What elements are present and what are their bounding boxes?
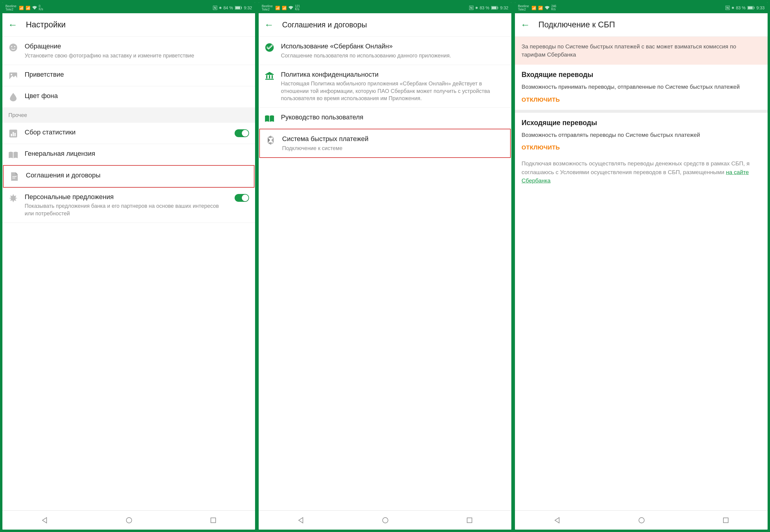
back-arrow-icon[interactable]: ← <box>520 19 530 30</box>
item-title: Политика конфиденциальности <box>281 70 505 79</box>
wifi-icon <box>545 6 550 10</box>
wifi-icon <box>32 6 37 10</box>
appbar: ← Подключение к СБП <box>515 13 768 37</box>
nav-recent-icon[interactable] <box>210 517 216 523</box>
statusbar: Beeline Tele2 📶 📶 0 K/s N ✱ 84 % 9:32 <box>2 2 255 13</box>
item-offers[interactable]: Персональные предложения Показывать пред… <box>2 187 255 223</box>
item-title: Персональные предложения <box>25 193 228 201</box>
item-greeting[interactable]: Обращение Установите свою фотографию на … <box>2 37 255 65</box>
svg-rect-12 <box>12 176 17 177</box>
signal-icon: 📶 <box>19 6 24 10</box>
svg-point-14 <box>126 518 132 523</box>
android-navbar <box>259 510 511 530</box>
item-sbp[interactable]: Система быстрых платежей Подключение к с… <box>260 129 510 157</box>
svg-rect-9 <box>11 134 12 136</box>
outgoing-heading: Исходящие переводы <box>522 119 761 127</box>
page-title: Настройки <box>26 20 66 29</box>
item-title: Система быстрых платежей <box>282 135 504 143</box>
nav-home-icon[interactable] <box>638 517 645 524</box>
item-welcome[interactable]: Приветствие <box>2 65 255 86</box>
nav-back-icon[interactable] <box>554 517 560 524</box>
svg-rect-15 <box>211 518 216 523</box>
item-license[interactable]: Генеральная лицензия <box>2 144 255 165</box>
outgoing-text: Возможность отправлять переводы по Систе… <box>522 131 761 139</box>
appbar: ← Настройки <box>2 13 255 37</box>
document-icon <box>10 172 19 181</box>
appbar: ← Соглашения и договоры <box>259 13 511 37</box>
signal-icon: 📶 <box>538 6 543 10</box>
outgoing-disable-button[interactable]: ОТКЛЮЧИТЬ <box>522 144 761 151</box>
svg-rect-21 <box>269 75 270 78</box>
nav-back-icon[interactable] <box>41 517 48 524</box>
svg-rect-17 <box>491 7 496 9</box>
carrier-2: Tele2 <box>518 8 526 11</box>
wifi-icon <box>288 6 293 10</box>
battery-percent: 83 % <box>736 5 746 10</box>
phone-screen-3: Beeline Tele2 📶 📶 246 K/s N ✱ 83 % 9:33 … <box>515 2 768 530</box>
item-bgcolor[interactable]: Цвет фона <box>2 86 255 107</box>
item-privacy[interactable]: Политика конфиденциальности Настоящая По… <box>259 65 511 108</box>
page-title: Подключение к СБП <box>538 20 615 29</box>
smile-icon <box>8 43 18 52</box>
battery-percent: 83 % <box>480 5 489 10</box>
svg-point-3 <box>9 44 17 51</box>
divider <box>515 110 768 113</box>
svg-rect-13 <box>12 178 15 178</box>
nfc-icon: N <box>725 6 730 10</box>
nfc-icon: N <box>213 6 217 10</box>
back-arrow-icon[interactable]: ← <box>264 19 274 30</box>
item-agreements[interactable]: Соглашения и договоры <box>4 166 254 187</box>
nav-recent-icon[interactable] <box>723 517 729 523</box>
highlight-agreements: Соглашения и договоры <box>3 165 254 188</box>
nfc-icon: N <box>469 6 473 10</box>
item-subtitle: Соглашение пользователя по использованию… <box>281 52 505 59</box>
carrier-2: Tele2 <box>5 8 13 11</box>
item-subtitle: Показывать предложения банка и его партн… <box>25 202 228 217</box>
image-icon <box>8 71 18 81</box>
clock: 9:32 <box>244 5 252 10</box>
svg-point-29 <box>639 518 644 523</box>
svg-rect-20 <box>266 75 267 78</box>
nav-recent-icon[interactable] <box>467 517 473 523</box>
battery-icon <box>491 6 498 10</box>
offers-toggle[interactable] <box>235 194 249 202</box>
svg-rect-30 <box>723 518 728 523</box>
svg-rect-22 <box>272 75 273 78</box>
item-guide[interactable]: Руководство пользователя <box>259 108 511 129</box>
item-title: Сбор статистики <box>25 128 228 137</box>
item-stats[interactable]: Сбор статистики <box>2 123 255 144</box>
svg-rect-10 <box>13 132 14 136</box>
highlight-sbp: Система быстрых платежей Подключение к с… <box>259 129 511 158</box>
chart-icon <box>8 129 18 138</box>
page-title: Соглашения и договоры <box>282 20 367 29</box>
item-sbol-usage[interactable]: Использование «Сбербанк Онлайн» Соглашен… <box>259 37 511 65</box>
battery-percent: 84 % <box>223 5 233 10</box>
speed-unit: K/s <box>295 8 300 11</box>
item-title: Приветствие <box>25 70 249 79</box>
book-open-icon <box>265 114 274 123</box>
sberbank-logo-icon <box>265 43 274 52</box>
nav-home-icon[interactable] <box>126 517 132 524</box>
stats-toggle[interactable] <box>235 129 249 137</box>
svg-rect-28 <box>754 7 754 9</box>
svg-rect-25 <box>467 518 472 523</box>
svg-rect-23 <box>265 79 274 80</box>
incoming-disable-button[interactable]: ОТКЛЮЧИТЬ <box>522 97 761 103</box>
svg-rect-2 <box>241 7 242 9</box>
burst-icon <box>8 193 18 203</box>
clock: 9:33 <box>756 5 765 10</box>
statusbar: Beeline Tele2 📶 📶 246 K/s N ✱ 83 % 9:33 <box>515 2 768 13</box>
speed-unit: K/s <box>551 8 556 11</box>
item-title: Руководство пользователя <box>281 113 505 122</box>
speed-unit: K/s <box>39 8 43 11</box>
bluetooth-icon: ✱ <box>219 6 222 10</box>
nav-back-icon[interactable] <box>297 517 304 524</box>
section-other: Прочее <box>2 107 255 123</box>
item-subtitle: Подключение к системе <box>282 145 504 152</box>
nav-home-icon[interactable] <box>382 517 389 524</box>
svg-point-7 <box>11 74 12 75</box>
signal-icon: 📶 <box>275 6 280 10</box>
bank-icon <box>265 71 274 81</box>
back-arrow-icon[interactable]: ← <box>8 19 17 30</box>
svg-point-5 <box>14 46 15 47</box>
